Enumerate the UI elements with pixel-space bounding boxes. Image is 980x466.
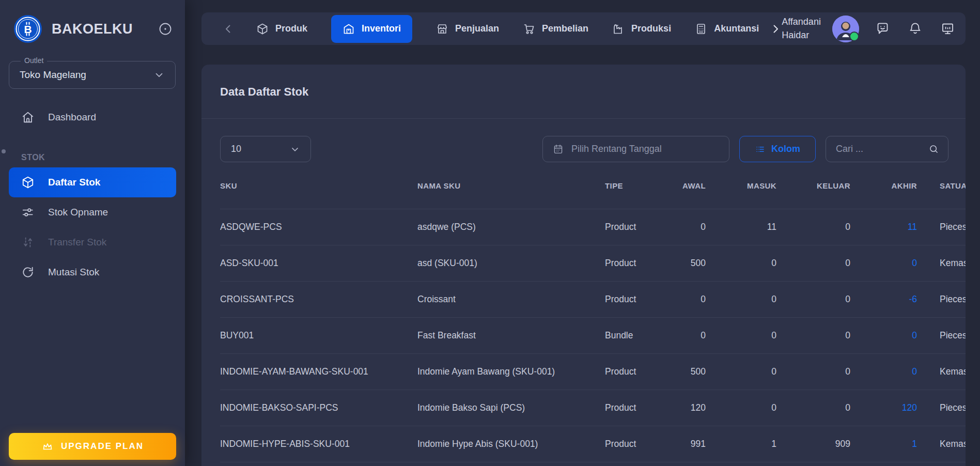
stock-table: SKU NAMA SKU TIPE AWAL MASUK KELUAR AKHI… [220, 162, 966, 462]
page-title: Data Daftar Stok [201, 65, 966, 99]
kolom-label: Kolom [771, 144, 800, 154]
bakoelku-logo-icon: B [13, 14, 42, 43]
column-header-akhir: AKHIR [850, 181, 917, 190]
search-icon[interactable] [928, 144, 939, 154]
tab-label: Penjualan [455, 23, 499, 34]
cell-akhir[interactable]: 11 [850, 222, 917, 232]
table-body: ASDQWE-PCS asdqwe (PCS) Product 0 11 0 1… [220, 209, 966, 462]
cell-masuk: 0 [706, 258, 776, 269]
online-status-dot [849, 32, 859, 41]
search-input[interactable] [835, 143, 923, 155]
tab-inventori[interactable]: Inventori [331, 15, 412, 43]
user-avatar[interactable] [832, 15, 859, 42]
cell-akhir[interactable]: 120 [850, 402, 917, 413]
chevron-left-icon[interactable] [222, 23, 235, 35]
cell-keluar: 0 [776, 366, 850, 377]
cube-icon [21, 176, 35, 189]
cell-nama-sku: asd (SKU-001) [417, 258, 605, 269]
tab-produk[interactable]: Produk [256, 23, 307, 35]
cell-satuan: Pieces [917, 294, 966, 305]
cell-nama-sku: Indomie Ayam Bawang (SKU-001) [417, 366, 605, 377]
sidebar-item-label: Transfer Stok [48, 237, 106, 248]
sliders-icon [21, 206, 35, 219]
cell-keluar: 909 [776, 439, 850, 449]
table-row[interactable]: INDOMIE-HYPE-ABIS-SKU-001 Indomie Hype A… [220, 426, 966, 462]
page-size-select[interactable]: 10 [220, 136, 311, 162]
table-row[interactable]: BUY001 Fast Breakfast Bundle 0 0 0 0 Pie… [220, 318, 966, 354]
tab-label: Akuntansi [714, 23, 759, 34]
tab-penjualan[interactable]: Penjualan [436, 23, 499, 35]
sidebar-item-daftar-stok[interactable]: Daftar Stok [9, 167, 176, 197]
cell-akhir[interactable]: 1 [850, 439, 917, 449]
cell-akhir[interactable]: 0 [850, 258, 917, 269]
cell-tipe: Product [605, 258, 657, 269]
cell-tipe: Product [605, 294, 657, 305]
user-name[interactable]: Affandani Haidar [782, 15, 821, 41]
column-header-nama-sku: NAMA SKU [417, 181, 605, 190]
cell-sku: CROISSANT-PCS [220, 294, 417, 305]
search-box[interactable] [826, 136, 948, 162]
cell-akhir[interactable]: 0 [850, 366, 917, 377]
date-range-picker[interactable]: Pilih Rentang Tanggal [542, 136, 729, 162]
cell-akhir[interactable]: 0 [850, 330, 917, 341]
cell-keluar: 0 [776, 294, 850, 305]
tab-label: Pembelian [542, 23, 588, 34]
cell-sku: ASDQWE-PCS [220, 222, 417, 232]
sidebar-item-mutasi-stok[interactable]: Mutasi Stok [9, 257, 176, 287]
sidebar-item-transfer-stok[interactable]: Transfer Stok [9, 227, 176, 257]
chevron-right-icon[interactable] [769, 23, 782, 35]
cell-satuan: Kemasan [917, 439, 966, 449]
cell-awal: 0 [657, 222, 706, 232]
columns-list-icon [755, 144, 765, 154]
column-header-awal: AWAL [657, 181, 706, 190]
cell-tipe: Product [605, 222, 657, 232]
tab-label: Inventori [362, 23, 401, 34]
monitor-icon[interactable] [941, 22, 955, 36]
sidebar-item-stok-opname[interactable]: Stok Opname [9, 197, 176, 227]
section-bullet [2, 149, 6, 153]
home-icon [21, 111, 35, 124]
cell-nama-sku: asdqwe (PCS) [417, 222, 605, 232]
storefront-icon [436, 23, 448, 35]
sidebar-item-label: Dashboard [48, 112, 96, 123]
column-header-masuk: MASUK [706, 181, 776, 190]
chat-icon[interactable] [876, 22, 890, 36]
tab-produksi[interactable]: Produksi [612, 23, 671, 35]
tab-akuntansi[interactable]: Akuntansi [695, 23, 759, 35]
cell-masuk: 0 [706, 402, 776, 413]
brand-header: B BAKOELKU [0, 0, 185, 43]
cell-sku: BUY001 [220, 330, 417, 341]
cell-akhir[interactable]: -6 [850, 294, 917, 305]
cell-satuan: Kemasan [917, 366, 966, 377]
crown-icon [41, 440, 54, 453]
outlet-label: Outlet [21, 56, 47, 65]
bell-icon[interactable] [908, 22, 922, 36]
kolom-button[interactable]: Kolom [739, 136, 816, 162]
sidebar-section-stok: STOK [21, 153, 185, 162]
user-name-line1: Affandani [782, 15, 821, 28]
cell-satuan: Kemasan [917, 258, 966, 269]
cell-keluar: 0 [776, 258, 850, 269]
table-row[interactable]: ASD-SKU-001 asd (SKU-001) Product 500 0 … [220, 245, 966, 282]
cell-awal: 500 [657, 366, 706, 377]
tab-pembelian[interactable]: Pembelian [523, 23, 588, 35]
tab-label: Produk [275, 23, 307, 34]
cell-masuk: 0 [706, 294, 776, 305]
cell-awal: 991 [657, 439, 706, 449]
cell-awal: 500 [657, 258, 706, 269]
table-row[interactable]: INDOMIE-BAKSO-SAPI-PCS Indomie Bakso Sap… [220, 390, 966, 426]
collapse-sidebar-icon[interactable] [158, 22, 173, 36]
cell-satuan: Pieces [917, 222, 966, 232]
table-row[interactable]: INDOMIE-AYAM-BAWANG-SKU-001 Indomie Ayam… [220, 354, 966, 390]
sidebar-item-dashboard[interactable]: Dashboard [9, 102, 176, 132]
sidebar-item-label: Daftar Stok [48, 177, 100, 188]
outlet-selector[interactable]: Outlet Toko Magelang [9, 61, 176, 89]
top-navigation-bar: Produk Inventori Penjualan [201, 12, 966, 45]
upgrade-plan-button[interactable]: UPGRADE PLAN [9, 433, 176, 460]
divider [201, 118, 966, 119]
table-row[interactable]: CROISSANT-PCS Croissant Product 0 0 0 -6… [220, 282, 966, 318]
sidebar: B BAKOELKU Outlet Toko Magelang Dashboar… [0, 0, 185, 466]
column-header-sku: SKU [220, 181, 417, 190]
cell-awal: 0 [657, 294, 706, 305]
table-row[interactable]: ASDQWE-PCS asdqwe (PCS) Product 0 11 0 1… [220, 209, 966, 245]
